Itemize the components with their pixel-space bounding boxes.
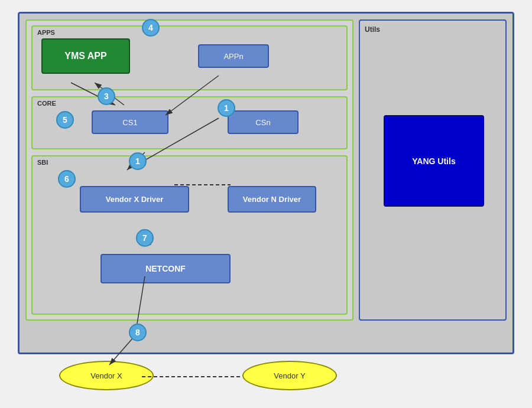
netconf-box: NETCONF (100, 254, 231, 283)
apps-layer: APPS YMS APP APPn (31, 25, 348, 90)
sbi-label: SBI (37, 159, 48, 166)
vendor-x-driver-box: Vendor X Driver (80, 186, 189, 213)
badge-6: 6 (58, 170, 76, 188)
badge-1a: 1 (218, 99, 235, 117)
csn-box: CSn (228, 110, 299, 134)
vendor-x-ellipse: Vendor X (59, 361, 154, 390)
appn-box: APPn (198, 44, 269, 68)
left-section: APPS YMS APP APPn CORE CS1 CSn SBI Vendo… (25, 19, 353, 321)
core-layer: CORE CS1 CSn (31, 96, 348, 149)
vendor-y-ellipse: Vendor Y (242, 361, 337, 390)
vendor-ellipse-container: Vendor X Vendor Y (18, 358, 514, 393)
main-container: APPS YMS APP APPn CORE CS1 CSn SBI Vendo… (18, 12, 514, 354)
badge-3: 3 (98, 87, 115, 105)
yms-app-box: YMS APP (41, 38, 130, 74)
badge-4: 4 (142, 19, 160, 37)
core-label: CORE (37, 100, 56, 107)
utils-label: Utils (365, 25, 380, 34)
vendor-n-driver-box: Vendor N Driver (228, 186, 316, 213)
yang-utils-box: YANG Utils (384, 115, 484, 207)
cs1-box: CS1 (92, 110, 168, 134)
sbi-layer: SBI Vendor X Driver Vendor N Driver NETC… (31, 155, 348, 315)
right-section: Utils YANG Utils (359, 19, 507, 321)
badge-5: 5 (56, 111, 74, 129)
apps-label: APPS (37, 29, 55, 36)
badge-8: 8 (129, 324, 147, 341)
badge-7: 7 (136, 229, 154, 247)
badge-1b: 1 (129, 152, 147, 170)
